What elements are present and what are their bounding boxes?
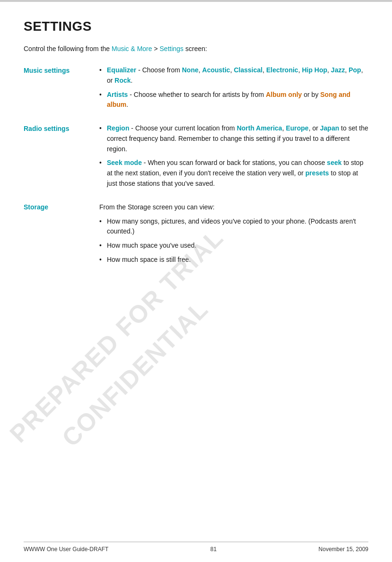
storage-row: Storage From the Storage screen you can … xyxy=(24,202,368,278)
page-title: SETTINGS xyxy=(24,19,368,34)
radio-settings-label-cell: Radio settings xyxy=(24,123,99,202)
pop-option: Pop xyxy=(348,66,361,74)
list-item: Artists - Choose whether to search for a… xyxy=(99,90,368,110)
watermark-confidential: CONFIDENTIAL xyxy=(56,294,214,452)
list-item: Equalizer - Choose from None, Acoustic, … xyxy=(99,65,368,86)
footer-left: WWWW One User Guide-DRAFT xyxy=(24,546,108,553)
classical-option: Classical xyxy=(234,66,262,74)
radio-settings-label: Radio settings xyxy=(24,124,69,132)
japan-option: Japan xyxy=(320,124,339,132)
music-settings-row: Music settings Equalizer - Choose from N… xyxy=(24,65,368,123)
list-item: How many songs, pictures, and videos you… xyxy=(99,216,368,237)
list-item: How much space you've used. xyxy=(99,241,368,251)
storage-content-cell: From the Storage screen you can view: Ho… xyxy=(99,202,368,278)
footer-right: November 15, 2009 xyxy=(319,546,368,553)
electronic-option: Electronic xyxy=(266,66,298,74)
footer: WWWW One User Guide-DRAFT 81 November 15… xyxy=(24,542,368,553)
none-option: None xyxy=(182,66,199,74)
jazz-option: Jazz xyxy=(331,66,345,74)
intro-prefix: Control the following from the xyxy=(24,45,112,52)
storage-intro: From the Storage screen you can view: xyxy=(99,202,368,212)
page-container: SETTINGS Control the following from the … xyxy=(0,0,392,562)
list-item: How much space is still free. xyxy=(99,255,368,265)
music-settings-list: Equalizer - Choose from None, Acoustic, … xyxy=(99,65,368,110)
storage-label: Storage xyxy=(24,202,48,211)
footer-center: 81 xyxy=(210,546,217,553)
content-table: Music settings Equalizer - Choose from N… xyxy=(24,65,368,278)
intro-link2: Settings xyxy=(160,45,184,52)
album-only-option: Album only xyxy=(266,91,302,98)
artists-label: Artists xyxy=(107,91,128,98)
equalizer-label: Equalizer xyxy=(107,66,136,74)
music-settings-label-cell: Music settings xyxy=(24,65,99,123)
radio-settings-row: Radio settings Region - Choose your curr… xyxy=(24,123,368,202)
seek-mode-label: Seek mode xyxy=(107,159,142,166)
radio-settings-list: Region - Choose your current location fr… xyxy=(99,123,368,189)
rock-option: Rock xyxy=(114,77,131,84)
music-settings-label: Music settings xyxy=(24,66,70,74)
storage-label-cell: Storage xyxy=(24,202,99,278)
list-item: Seek mode - When you scan forward or bac… xyxy=(99,158,368,189)
storage-list: How many songs, pictures, and videos you… xyxy=(99,216,368,265)
europe-option: Europe xyxy=(286,124,308,132)
intro-separator: > xyxy=(152,45,160,52)
intro-suffix: screen: xyxy=(183,45,207,52)
radio-settings-content-cell: Region - Choose your current location fr… xyxy=(99,123,368,202)
music-settings-content-cell: Equalizer - Choose from None, Acoustic, … xyxy=(99,65,368,123)
intro-paragraph: Control the following from the Music & M… xyxy=(24,43,368,54)
acoustic-option: Acoustic xyxy=(202,66,230,74)
seek-option: seek xyxy=(327,159,341,166)
list-item: Region - Choose your current location fr… xyxy=(99,123,368,154)
north-america-option: North America xyxy=(237,124,282,132)
intro-link1: Music & More xyxy=(112,45,152,52)
region-label: Region xyxy=(107,124,129,132)
equalizer-text1: - Choose from xyxy=(136,66,182,74)
hiphop-option: Hip Hop xyxy=(302,66,327,74)
presets-option: presets xyxy=(305,169,329,177)
top-border xyxy=(0,0,392,2)
